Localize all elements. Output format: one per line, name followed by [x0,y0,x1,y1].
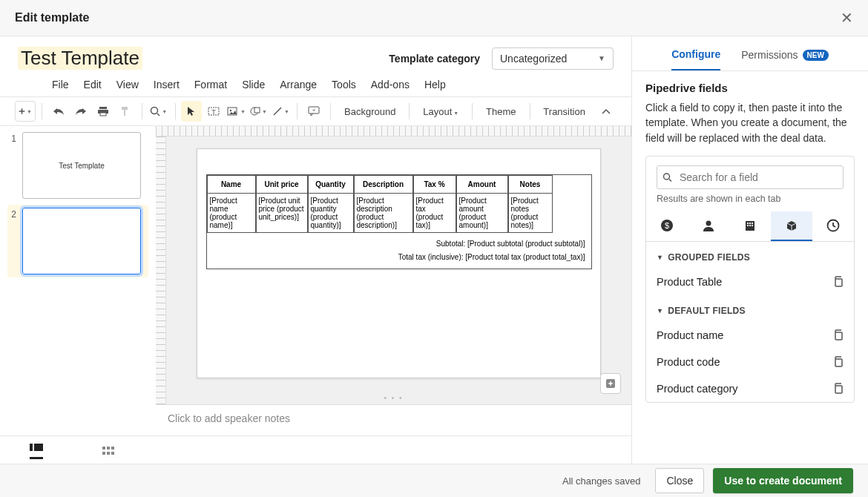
theme-button[interactable]: Theme [479,106,523,117]
cell: [Product description (product descriptio… [354,194,413,233]
new-slide-button[interactable]: ▼ [15,101,36,122]
chevron-down-icon: ▼ [453,111,458,116]
undo-button[interactable] [48,101,69,122]
svg-point-5 [151,108,158,114]
menu-help[interactable]: Help [424,79,446,90]
tab-activity-icon[interactable] [812,211,854,241]
canvas-area: Name Unit price Quantity Description Tax… [156,126,631,435]
modal-title: Edit template [15,11,89,24]
svg-rect-0 [99,107,107,109]
new-badge: NEW [803,50,829,61]
col-header: Quantity [308,175,354,194]
category-label: Template category [389,53,480,65]
tab-permissions[interactable]: Permissions NEW [741,48,829,70]
svg-point-25 [664,174,670,180]
col-header: Notes [508,175,553,194]
chevron-down-icon: ▼ [240,109,246,114]
background-button[interactable]: Background [337,106,403,117]
total-tax-line: Total tax (inclusive): [Product total ta… [213,251,585,264]
menu-edit[interactable]: Edit [84,79,102,90]
field-product-table[interactable]: Product Table [657,269,844,295]
product-table[interactable]: Name Unit price Quantity Description Tax… [206,174,592,269]
search-input[interactable] [657,165,844,189]
tab-configure[interactable]: Configure [671,48,720,70]
explore-button[interactable] [600,373,621,394]
layout-button[interactable]: Layout▼ [415,106,466,117]
subtotal-line: Subtotal: [Product subtotal (product sub… [213,237,585,251]
field-product-code[interactable]: Product code [657,349,844,375]
chevron-down-icon: ▼ [598,54,605,62]
grid-view-icon[interactable] [102,446,114,456]
slide-canvas[interactable]: Name Unit price Quantity Description Tax… [197,148,601,378]
textbox-tool[interactable]: T [203,101,224,122]
chevron-down-icon: ▼ [657,254,663,261]
redo-button[interactable] [70,101,91,122]
menu-addons[interactable]: Add-ons [371,79,410,90]
section-grouped-header[interactable]: ▼ GROUPED FIELDS [657,242,844,269]
cell: [Product name (product name)] [207,194,256,233]
horizontal-ruler [156,126,631,136]
editor-pane: Test Template Template category Uncatego… [0,36,632,465]
document-title[interactable]: Test Template [18,47,142,70]
svg-line-13 [274,108,281,115]
svg-rect-38 [835,279,842,286]
menu-slide[interactable]: Slide [242,79,265,90]
line-tool[interactable]: ▼ [270,101,291,122]
close-button[interactable]: Close [655,468,704,493]
select-tool[interactable] [181,101,202,122]
svg-point-29 [706,220,711,226]
comment-button[interactable]: + [303,101,324,122]
menu-tools[interactable]: Tools [332,79,356,90]
paint-format-button[interactable] [115,101,136,122]
svg-rect-22 [102,452,105,455]
filmstrip-view-icon[interactable] [30,442,43,459]
section-default-header[interactable]: ▼ DEFAULT FIELDS [657,295,844,322]
category-select[interactable]: Uncategorized ▼ [492,47,614,70]
print-button[interactable] [93,101,114,122]
slide-thumbnail-1[interactable]: Test Template [22,132,141,199]
copy-icon[interactable] [832,276,844,287]
col-header: Description [354,175,413,194]
transition-button[interactable]: Transition [536,106,593,117]
image-tool[interactable]: ▼ [226,101,246,122]
thumb-number: 1 [7,132,16,144]
menu-format[interactable]: Format [194,79,227,90]
menu-insert[interactable]: Insert [154,79,180,90]
slide-thumbnail-2[interactable]: NameUnit priceQuantityDescriptionTax %Am… [22,208,141,274]
field-category-tabs: $ [646,211,854,242]
collapse-toolbar-button[interactable] [596,101,617,122]
tab-deal-icon[interactable]: $ [646,211,688,241]
tab-product-icon[interactable] [771,211,812,241]
speaker-notes[interactable]: Click to add speaker notes [156,404,631,435]
use-to-create-button[interactable]: Use to create document [713,468,853,493]
menu-file[interactable]: File [52,79,69,90]
menu-arrange[interactable]: Arrange [280,79,317,90]
close-icon[interactable]: ✕ [841,9,853,27]
svg-rect-34 [747,225,749,226]
svg-rect-12 [254,108,260,113]
cell: [Product tax (product tax)] [413,194,456,233]
svg-rect-36 [752,225,753,226]
menu-view[interactable]: View [116,79,139,90]
svg-rect-19 [102,447,105,450]
chevron-down-icon: ▼ [657,307,663,315]
modal-header: Edit template ✕ [0,0,868,36]
fields-panel: Results are shown in each tab $ [645,156,855,403]
zoom-button[interactable]: ▼ [148,101,169,122]
category-value: Uncategorized [500,53,567,65]
shape-tool[interactable]: ▼ [248,101,269,122]
copy-icon[interactable] [832,356,844,367]
view-mode-bar [0,435,631,465]
tab-person-icon[interactable] [688,211,729,241]
thumb-number: 2 [7,208,16,220]
field-product-name[interactable]: Product name [657,322,844,349]
notes-drag-handle[interactable]: • • • [156,395,631,404]
col-header: Amount [456,175,508,194]
svg-rect-3 [122,107,128,110]
copy-icon[interactable] [832,329,844,340]
tab-organization-icon[interactable] [729,211,771,241]
field-product-category[interactable]: Product category [657,375,844,402]
svg-line-6 [157,113,160,116]
sidebar-tabs: Configure Permissions NEW [632,36,868,71]
copy-icon[interactable] [832,383,844,394]
